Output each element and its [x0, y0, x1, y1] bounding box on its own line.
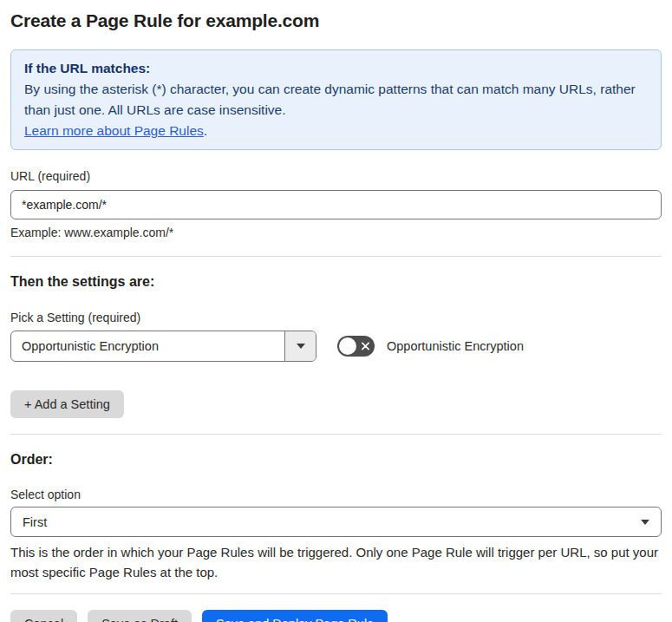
info-banner-body: By using the asterisk (*) character, you…: [24, 79, 648, 121]
chevron-down-icon: [297, 344, 305, 349]
divider: [10, 256, 662, 257]
info-banner-heading: If the URL matches:: [24, 58, 648, 79]
order-helper-text: This is the order in which your Page Rul…: [10, 542, 662, 582]
setting-picker-arrow-button[interactable]: [284, 331, 316, 361]
url-input[interactable]: [10, 190, 662, 219]
add-setting-button[interactable]: + Add a Setting: [10, 390, 124, 418]
setting-picker-value: Opportunistic Encryption: [11, 331, 284, 361]
url-match-info-banner: If the URL matches: By using the asteris…: [10, 49, 662, 150]
link-suffix: .: [204, 123, 207, 138]
save-draft-button[interactable]: Save as Draft: [88, 610, 192, 622]
setting-picker-label: Pick a Setting (required): [10, 311, 662, 324]
page-title: Create a Page Rule for example.com: [10, 10, 662, 31]
toggle-label: Opportunistic Encryption: [387, 339, 524, 353]
divider: [10, 434, 662, 435]
footer-actions: Cancel Save as Draft Save and Deploy Pag…: [10, 610, 662, 622]
x-icon: [361, 342, 370, 351]
settings-section-heading: Then the settings are:: [10, 274, 662, 290]
order-select-value: First: [23, 515, 47, 529]
order-select-label: Select option: [10, 488, 662, 501]
url-label: URL (required): [10, 169, 662, 183]
page-rule-form: Create a Page Rule for example.com If th…: [0, 10, 672, 622]
setting-row: Opportunistic Encryption Opportunistic E…: [10, 331, 662, 362]
save-deploy-button[interactable]: Save and Deploy Page Rule: [202, 610, 388, 622]
order-section-heading: Order:: [10, 452, 662, 468]
cancel-button[interactable]: Cancel: [10, 610, 77, 622]
toggle-knob: [339, 337, 356, 355]
opportunistic-encryption-toggle[interactable]: [337, 336, 375, 357]
learn-more-link[interactable]: Learn more about Page Rules: [24, 123, 204, 138]
setting-picker-dropdown[interactable]: Opportunistic Encryption: [10, 331, 316, 362]
chevron-down-icon: [641, 520, 649, 525]
order-select[interactable]: First: [10, 507, 662, 537]
url-helper-text: Example: www.example.com/*: [10, 226, 662, 239]
info-banner-link-line: Learn more about Page Rules.: [24, 121, 648, 141]
divider: [10, 593, 662, 594]
